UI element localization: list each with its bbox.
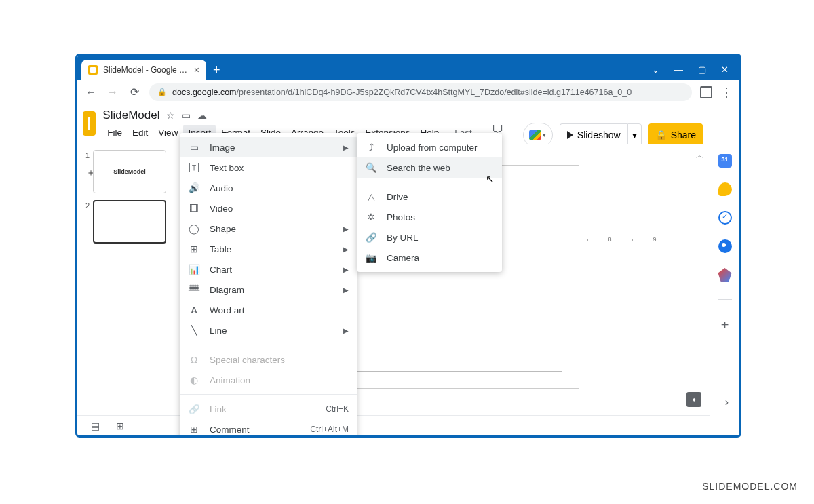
- address-bar[interactable]: 🔒 docs.google.com/presentation/d/1hlCDq4…: [149, 83, 692, 101]
- slides-favicon: [88, 65, 98, 75]
- star-icon[interactable]: ☆: [166, 110, 175, 121]
- add-addon-icon[interactable]: +: [721, 317, 729, 333]
- new-tab-button[interactable]: +: [206, 63, 227, 80]
- url-text: docs.google.com/presentation/d/1hlCDq4-h…: [172, 88, 632, 97]
- window-title-bar: SlideModel - Google Slides × + ⌄ — ▢ ✕: [77, 56, 739, 80]
- image-submenu: ⤴Upload from computer 🔍Search the web △D…: [357, 133, 502, 272]
- slide-thumb-2[interactable]: [93, 200, 166, 244]
- url-icon: 🔗: [365, 231, 377, 244]
- insert-textbox-item[interactable]: 🅃Text box: [180, 157, 357, 178]
- insert-audio-item[interactable]: 🔊Audio: [180, 178, 357, 198]
- thumb-number: 2: [83, 200, 90, 244]
- document-name[interactable]: SlideModel: [102, 109, 159, 122]
- minimize-icon[interactable]: —: [674, 64, 683, 75]
- contacts-icon[interactable]: [718, 239, 732, 253]
- slides-logo-icon[interactable]: [83, 111, 96, 136]
- slide-thumb-1[interactable]: SlideModel: [93, 150, 166, 193]
- filmstrip-view-icon[interactable]: ▤: [91, 421, 100, 431]
- line-icon: ╲: [188, 324, 200, 336]
- photos-icon: ✲: [365, 211, 377, 223]
- tab-title: SlideModel - Google Slides: [103, 65, 189, 75]
- video-icon: 🎞: [188, 202, 200, 214]
- textbox-icon: 🅃: [188, 161, 200, 174]
- browser-menu-icon[interactable]: ⋮: [720, 86, 733, 98]
- image-icon: ▭: [188, 141, 200, 153]
- slideshow-dropdown[interactable]: ▾: [627, 123, 642, 147]
- maps-icon[interactable]: [718, 268, 732, 282]
- insert-diagram-item[interactable]: ᚙDiagram▶: [180, 279, 357, 300]
- meet-icon: [529, 130, 541, 140]
- special-chars-icon: Ω: [188, 353, 200, 366]
- insert-video-item[interactable]: 🎞Video: [180, 198, 357, 218]
- share-button[interactable]: 🔒Share: [648, 123, 703, 147]
- keep-icon[interactable]: [718, 182, 732, 196]
- insert-image-item[interactable]: ▭ Image ▶: [180, 137, 357, 157]
- window-controls: ⌄ — ▢ ✕: [641, 64, 739, 80]
- image-camera-item[interactable]: 📷Camera: [357, 248, 502, 268]
- insert-line-item[interactable]: ╲Line▶: [180, 320, 357, 341]
- insert-comment-item[interactable]: ⊞CommentCtrl+Alt+M: [180, 419, 357, 438]
- cloud-status-icon[interactable]: ☁: [197, 110, 207, 121]
- chart-icon: 📊: [188, 263, 200, 275]
- maximize-icon[interactable]: ▢: [698, 64, 706, 75]
- close-tab-icon[interactable]: ×: [194, 64, 199, 75]
- url-bar-row: ← → ⟳ 🔒 docs.google.com/presentation/d/1…: [77, 80, 739, 104]
- image-photos-item[interactable]: ✲Photos: [357, 207, 502, 227]
- insert-animation-item: ◐Animation: [180, 370, 357, 390]
- play-icon: [567, 131, 573, 139]
- browser-tab[interactable]: SlideModel - Google Slides ×: [81, 60, 206, 80]
- insert-link-item: 🔗LinkCtrl+K: [180, 399, 357, 419]
- insert-chart-item[interactable]: 📊Chart▶: [180, 259, 357, 279]
- grid-view-icon[interactable]: ⊞: [116, 421, 124, 431]
- chevron-down-icon[interactable]: ⌄: [652, 64, 659, 75]
- calendar-icon[interactable]: [718, 154, 732, 168]
- bottom-bar: ▤ ⊞: [77, 415, 710, 435]
- audio-icon: 🔊: [188, 182, 200, 194]
- reload-button[interactable]: ⟳: [128, 85, 141, 98]
- link-icon: 🔗: [188, 403, 200, 415]
- slideshow-button[interactable]: Slideshow: [560, 123, 627, 147]
- wordart-icon: A: [188, 304, 200, 316]
- search-icon: 🔍: [365, 161, 377, 174]
- image-by-url-item[interactable]: 🔗By URL: [357, 227, 502, 248]
- share-label: Share: [671, 130, 696, 140]
- animation-icon: ◐: [188, 374, 200, 386]
- upload-icon: ⤴: [365, 141, 377, 153]
- insert-dropdown: ▭ Image ▶ 🅃Text box 🔊Audio 🎞Video ◯Shape…: [180, 133, 357, 438]
- tasks-icon[interactable]: [718, 211, 732, 225]
- insert-special-chars-item: ΩSpecial characters: [180, 349, 357, 370]
- thumb-number: 1: [83, 150, 90, 193]
- camera-icon: 📷: [365, 252, 377, 264]
- move-folder-icon[interactable]: ▭: [182, 110, 191, 121]
- watermark: SLIDEMODEL.COM: [702, 481, 798, 492]
- image-upload-item[interactable]: ⤴Upload from computer: [357, 137, 502, 157]
- explore-button[interactable]: ✦: [686, 392, 701, 407]
- table-icon: ⊞: [188, 243, 200, 255]
- comment-icon: ⊞: [188, 423, 200, 435]
- shape-icon: ◯: [188, 222, 200, 235]
- image-drive-item[interactable]: △Drive: [357, 187, 502, 207]
- forward-button[interactable]: →: [106, 86, 119, 98]
- drive-icon: △: [365, 191, 377, 203]
- back-button[interactable]: ←: [84, 86, 98, 98]
- collapse-filmstrip-icon[interactable]: ︿: [696, 150, 704, 161]
- browser-window: SlideModel - Google Slides × + ⌄ — ▢ ✕ ←…: [75, 54, 741, 438]
- lock-icon: 🔒: [157, 88, 167, 96]
- insert-shape-item[interactable]: ◯Shape▶: [180, 218, 357, 239]
- diagram-icon: ᚙ: [188, 284, 200, 296]
- slideshow-label: Slideshow: [577, 130, 621, 140]
- submenu-arrow-icon: ▶: [343, 144, 349, 151]
- close-window-icon[interactable]: ✕: [721, 64, 729, 75]
- meet-button[interactable]: ▾: [523, 123, 553, 147]
- image-search-web-item[interactable]: 🔍Search the web: [357, 157, 502, 178]
- panel-toggle-icon[interactable]: [700, 86, 712, 98]
- lock-icon: 🔒: [655, 130, 667, 140]
- side-panel-rail: +: [710, 144, 739, 435]
- insert-wordart-item[interactable]: AWord art: [180, 300, 357, 320]
- insert-table-item[interactable]: ⊞Table▶: [180, 239, 357, 259]
- slide-thumbnails: 1 SlideModel 2: [77, 144, 172, 415]
